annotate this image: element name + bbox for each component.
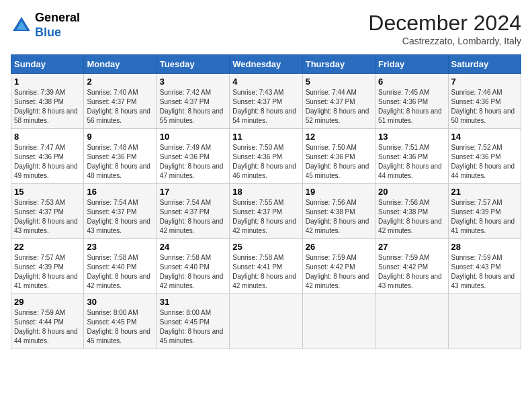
day-info: Sunrise: 7:54 AM Sunset: 4:37 PM Dayligh…	[160, 198, 226, 236]
table-row: 17 Sunrise: 7:54 AM Sunset: 4:37 PM Dayl…	[157, 184, 229, 239]
day-info: Sunrise: 7:44 AM Sunset: 4:37 PM Dayligh…	[306, 88, 372, 126]
day-number: 30	[87, 297, 153, 307]
day-info: Sunrise: 7:55 AM Sunset: 4:37 PM Dayligh…	[232, 198, 299, 236]
day-info: Sunrise: 7:59 AM Sunset: 4:42 PM Dayligh…	[378, 253, 445, 291]
table-row: 4 Sunrise: 7:43 AM Sunset: 4:37 PM Dayli…	[230, 74, 302, 129]
day-info: Sunrise: 7:46 AM Sunset: 4:36 PM Dayligh…	[451, 88, 518, 126]
day-info: Sunrise: 7:57 AM Sunset: 4:39 PM Dayligh…	[14, 253, 81, 291]
table-row: 3 Sunrise: 7:42 AM Sunset: 4:37 PM Dayli…	[157, 74, 229, 129]
table-row: 24 Sunrise: 7:58 AM Sunset: 4:40 PM Dayl…	[157, 239, 229, 294]
day-number: 19	[306, 187, 372, 197]
table-row: 12 Sunrise: 7:50 AM Sunset: 4:36 PM Dayl…	[302, 129, 375, 184]
month-title: December 2024	[368, 11, 521, 36]
calendar-table: SundayMondayTuesdayWednesdayThursdayFrid…	[11, 54, 521, 349]
table-row: 5 Sunrise: 7:44 AM Sunset: 4:37 PM Dayli…	[302, 74, 375, 129]
day-info: Sunrise: 7:50 AM Sunset: 4:36 PM Dayligh…	[306, 143, 372, 181]
day-info: Sunrise: 7:50 AM Sunset: 4:36 PM Dayligh…	[232, 143, 299, 181]
day-number: 25	[232, 242, 299, 252]
day-info: Sunrise: 8:00 AM Sunset: 4:45 PM Dayligh…	[160, 308, 226, 346]
table-row: 11 Sunrise: 7:50 AM Sunset: 4:36 PM Dayl…	[230, 129, 302, 184]
table-row	[302, 294, 375, 349]
table-row: 30 Sunrise: 8:00 AM Sunset: 4:45 PM Dayl…	[84, 294, 157, 349]
table-row: 14 Sunrise: 7:52 AM Sunset: 4:36 PM Dayl…	[448, 129, 521, 184]
table-row: 26 Sunrise: 7:59 AM Sunset: 4:42 PM Dayl…	[302, 239, 375, 294]
day-number: 23	[87, 242, 153, 252]
day-info: Sunrise: 7:58 AM Sunset: 4:40 PM Dayligh…	[87, 253, 153, 291]
day-info: Sunrise: 7:59 AM Sunset: 4:43 PM Dayligh…	[451, 253, 518, 291]
day-number: 8	[14, 132, 81, 142]
day-info: Sunrise: 7:48 AM Sunset: 4:36 PM Dayligh…	[87, 143, 153, 181]
table-row: 28 Sunrise: 7:59 AM Sunset: 4:43 PM Dayl…	[448, 239, 521, 294]
day-info: Sunrise: 7:58 AM Sunset: 4:41 PM Dayligh…	[232, 253, 299, 291]
day-info: Sunrise: 7:57 AM Sunset: 4:39 PM Dayligh…	[451, 198, 518, 236]
column-header-sunday: Sunday	[11, 55, 84, 74]
table-row: 31 Sunrise: 8:00 AM Sunset: 4:45 PM Dayl…	[157, 294, 229, 349]
table-row: 13 Sunrise: 7:51 AM Sunset: 4:36 PM Dayl…	[375, 129, 448, 184]
table-row: 9 Sunrise: 7:48 AM Sunset: 4:36 PM Dayli…	[84, 129, 157, 184]
table-row: 10 Sunrise: 7:49 AM Sunset: 4:36 PM Dayl…	[157, 129, 229, 184]
day-number: 2	[87, 77, 153, 87]
table-row: 1 Sunrise: 7:39 AM Sunset: 4:38 PM Dayli…	[11, 74, 84, 129]
day-info: Sunrise: 7:47 AM Sunset: 4:36 PM Dayligh…	[14, 143, 81, 181]
table-row: 29 Sunrise: 7:59 AM Sunset: 4:44 PM Dayl…	[11, 294, 84, 349]
table-row: 19 Sunrise: 7:56 AM Sunset: 4:38 PM Dayl…	[302, 184, 375, 239]
day-number: 1	[14, 77, 81, 87]
day-info: Sunrise: 7:52 AM Sunset: 4:36 PM Dayligh…	[451, 143, 518, 181]
day-number: 11	[232, 132, 299, 142]
day-info: Sunrise: 7:53 AM Sunset: 4:37 PM Dayligh…	[14, 198, 81, 236]
day-info: Sunrise: 7:51 AM Sunset: 4:36 PM Dayligh…	[378, 143, 445, 181]
table-row: 2 Sunrise: 7:40 AM Sunset: 4:37 PM Dayli…	[84, 74, 157, 129]
day-info: Sunrise: 7:49 AM Sunset: 4:36 PM Dayligh…	[160, 143, 226, 181]
table-row: 27 Sunrise: 7:59 AM Sunset: 4:42 PM Dayl…	[375, 239, 448, 294]
table-row: 15 Sunrise: 7:53 AM Sunset: 4:37 PM Dayl…	[11, 184, 84, 239]
subtitle: Castrezzato, Lombardy, Italy	[368, 36, 521, 46]
table-row: 16 Sunrise: 7:54 AM Sunset: 4:37 PM Dayl…	[84, 184, 157, 239]
day-number: 3	[160, 77, 226, 87]
day-number: 9	[87, 132, 153, 142]
table-row: 18 Sunrise: 7:55 AM Sunset: 4:37 PM Dayl…	[230, 184, 302, 239]
day-info: Sunrise: 7:59 AM Sunset: 4:44 PM Dayligh…	[14, 308, 81, 346]
day-number: 14	[451, 132, 518, 142]
table-row: 22 Sunrise: 7:57 AM Sunset: 4:39 PM Dayl…	[11, 239, 84, 294]
table-row: 7 Sunrise: 7:46 AM Sunset: 4:36 PM Dayli…	[448, 74, 521, 129]
table-row: 6 Sunrise: 7:45 AM Sunset: 4:36 PM Dayli…	[375, 74, 448, 129]
column-header-saturday: Saturday	[448, 55, 521, 74]
day-number: 5	[306, 77, 372, 87]
table-row: 21 Sunrise: 7:57 AM Sunset: 4:39 PM Dayl…	[448, 184, 521, 239]
table-row: 20 Sunrise: 7:56 AM Sunset: 4:38 PM Dayl…	[375, 184, 448, 239]
day-number: 28	[451, 242, 518, 252]
table-row: 8 Sunrise: 7:47 AM Sunset: 4:36 PM Dayli…	[11, 129, 84, 184]
column-header-wednesday: Wednesday	[230, 55, 302, 74]
day-info: Sunrise: 8:00 AM Sunset: 4:45 PM Dayligh…	[87, 308, 153, 346]
day-number: 6	[378, 77, 445, 87]
day-number: 27	[378, 242, 445, 252]
day-number: 13	[378, 132, 445, 142]
table-row	[448, 294, 521, 349]
day-info: Sunrise: 7:56 AM Sunset: 4:38 PM Dayligh…	[306, 198, 372, 236]
day-number: 26	[306, 242, 372, 252]
column-header-tuesday: Tuesday	[157, 55, 229, 74]
day-info: Sunrise: 7:54 AM Sunset: 4:37 PM Dayligh…	[87, 198, 153, 236]
day-number: 7	[451, 77, 518, 87]
day-info: Sunrise: 7:42 AM Sunset: 4:37 PM Dayligh…	[160, 88, 226, 126]
day-info: Sunrise: 7:59 AM Sunset: 4:42 PM Dayligh…	[306, 253, 372, 291]
logo-icon	[11, 15, 32, 36]
day-number: 18	[232, 187, 299, 197]
logo: General Blue	[11, 11, 80, 40]
day-info: Sunrise: 7:43 AM Sunset: 4:37 PM Dayligh…	[232, 88, 299, 126]
day-number: 15	[14, 187, 81, 197]
day-number: 31	[160, 297, 226, 307]
column-header-friday: Friday	[375, 55, 448, 74]
table-row	[375, 294, 448, 349]
day-number: 16	[87, 187, 153, 197]
column-header-monday: Monday	[84, 55, 157, 74]
day-info: Sunrise: 7:39 AM Sunset: 4:38 PM Dayligh…	[14, 88, 81, 126]
day-number: 20	[378, 187, 445, 197]
page-header: General Blue December 2024 Castrezzato, …	[11, 11, 521, 46]
day-number: 22	[14, 242, 81, 252]
table-row	[230, 294, 302, 349]
day-info: Sunrise: 7:56 AM Sunset: 4:38 PM Dayligh…	[378, 198, 445, 236]
day-number: 10	[160, 132, 226, 142]
day-number: 17	[160, 187, 226, 197]
day-info: Sunrise: 7:58 AM Sunset: 4:40 PM Dayligh…	[160, 253, 226, 291]
